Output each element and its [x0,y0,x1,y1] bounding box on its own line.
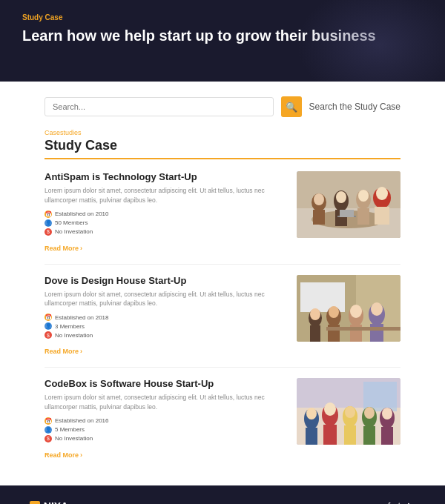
chevron-right-icon-3: › [80,451,82,459]
facebook-icon[interactable]: f [388,500,391,504]
hero-tag: Study Case [22,13,423,21]
footer-social: f t ▶ [388,500,415,504]
twitter-icon[interactable]: t [398,500,400,504]
card-2-title: Dove is Design House Start-Up [44,275,286,286]
chevron-right-icon: › [80,245,82,252]
svg-rect-4 [313,210,325,225]
card-2-meta-people: 👤 3 Members [44,322,286,330]
search-label: Search the Study Case [309,102,400,112]
card-2-image [297,275,400,342]
card-1-invest: No Investation [55,228,93,235]
card-3-title: CodeBox is Software House Start-Up [44,378,286,389]
section-title: Study Case [44,138,400,159]
calendar-icon: 📅 [44,210,52,218]
cards-list: AntiSpam is Technology Start-Up Lorem ip… [44,171,400,471]
card-1-image [297,171,400,238]
card-3-invest: No Investation [55,435,93,442]
calendar-icon-3: 📅 [44,417,52,425]
people-icon-2: 👤 [44,322,52,330]
card-2-meta: 📅 Established on 2018 👤 3 Members $ No I… [44,314,286,339]
card-1-meta: 📅 Established on 2010 👤 50 Members $ No … [44,210,286,236]
footer-logo-text: NIXA [44,500,68,505]
svg-rect-49 [381,427,393,445]
card-2: Dove is Design House Start-Up Lorem ipsu… [44,275,400,368]
svg-rect-30 [370,324,383,342]
svg-point-8 [336,191,346,203]
svg-point-31 [371,302,383,316]
svg-rect-35 [363,382,397,411]
card-1-read-more[interactable]: Read More › [44,245,82,252]
people-icon: 👤 [44,219,52,227]
svg-rect-40 [323,425,337,445]
svg-point-22 [310,308,320,320]
svg-point-5 [314,193,324,205]
svg-point-25 [329,306,339,318]
img-1-overlay [297,171,400,238]
card-2-members: 3 Members [55,323,85,330]
youtube-icon[interactable]: ▶ [408,500,415,504]
card-1-meta-people: 👤 50 Members [44,219,286,227]
img-1-svg [297,171,400,238]
card-2-read-more[interactable]: Read More › [44,348,82,355]
card-1-meta-money: $ No Investation [44,228,286,236]
search-icon: 🔍 [286,102,297,113]
card-2-invest: No Investation [55,332,93,339]
svg-rect-13 [375,207,389,225]
card-2-meta-calendar: 📅 Established on 2018 [44,314,286,321]
svg-rect-19 [300,282,345,312]
card-2-content: Dove is Design House Start-Up Lorem ipsu… [44,275,286,357]
card-3-meta-people: 👤 5 Members [44,426,286,434]
main-content: 🔍 Search the Study Case Casestudies Stud… [0,82,445,485]
breadcrumb: Casestudies [44,129,400,136]
svg-point-44 [345,406,355,418]
card-3-image [297,378,400,445]
svg-point-11 [358,190,369,202]
svg-rect-16 [340,210,354,217]
svg-point-28 [350,305,362,318]
svg-point-14 [376,187,388,200]
img-2-svg [297,275,400,342]
svg-rect-37 [306,428,317,445]
card-1-established: Established on 2010 [55,210,109,217]
card-3-established: Established on 2016 [55,417,109,424]
logo-icon: N [30,501,40,504]
search-row: 🔍 Search the Study Case [44,96,400,117]
card-2-established: Established on 2018 [55,314,109,321]
people-icon-3: 👤 [44,426,52,434]
svg-rect-21 [310,325,320,342]
img-2-overlay [297,275,400,342]
svg-point-47 [364,407,375,419]
search-input[interactable] [44,97,274,116]
card-1-title: AntiSpam is Technology Start-Up [44,171,286,182]
money-icon-2: $ [44,331,52,339]
img-3-overlay [297,378,400,445]
card-1-desc: Lorem ipsum dolor sit amet, consectetur … [44,186,286,205]
svg-point-50 [382,408,392,420]
img-3-svg [297,378,400,445]
svg-point-41 [324,402,336,416]
card-3-meta: 📅 Established on 2016 👤 5 Members $ No I… [44,417,286,442]
hero-section: Study Case Learn how we help start up to… [0,0,445,82]
card-2-meta-money: $ No Investation [44,331,286,339]
card-1-members: 50 Members [55,219,88,226]
svg-rect-43 [344,425,356,445]
search-button[interactable]: 🔍 [281,96,302,117]
money-icon-3: $ [44,435,52,442]
card-3-content: CodeBox is Software House Start-Up Lorem… [44,378,286,460]
footer-top: N NIXA f t ▶ [30,500,415,505]
card-2-desc: Lorem ipsum dolor sit amet, consectetur … [44,290,286,309]
calendar-icon-2: 📅 [44,314,52,321]
card-3-meta-calendar: 📅 Established on 2016 [44,417,286,425]
svg-rect-46 [363,426,375,445]
svg-rect-10 [357,208,369,225]
card-1-meta-calendar: 📅 Established on 2010 [44,210,286,218]
card-1: AntiSpam is Technology Start-Up Lorem ip… [44,171,400,265]
card-3-read-more[interactable]: Read More › [44,451,82,459]
svg-point-38 [306,408,317,420]
card-1-content: AntiSpam is Technology Start-Up Lorem ip… [44,171,286,253]
card-3-members: 5 Members [55,426,85,433]
footer-logo: N NIXA [30,500,68,505]
svg-rect-32 [326,327,400,331]
chevron-right-icon-2: › [80,348,82,355]
card-3-meta-money: $ No Investation [44,435,286,442]
